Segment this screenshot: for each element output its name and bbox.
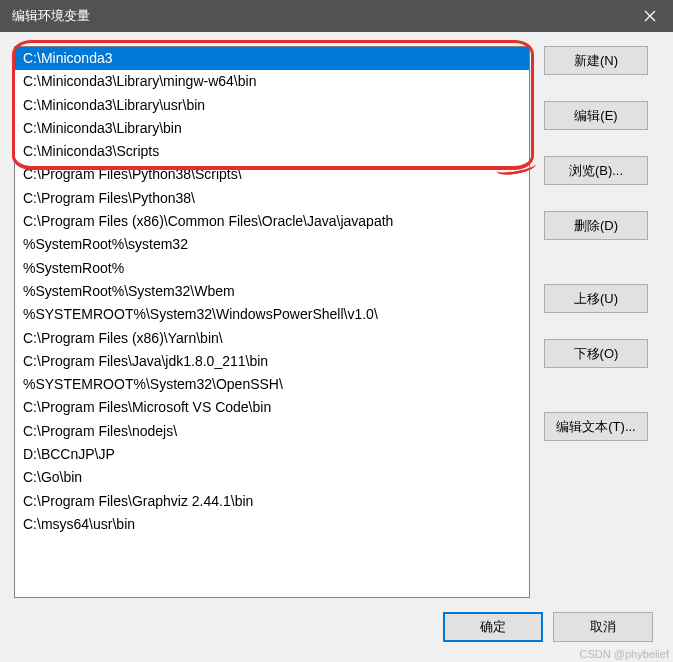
dialog-buttons: 确定 取消 (443, 612, 653, 642)
list-item[interactable]: C:\Miniconda3 (15, 47, 529, 70)
list-item[interactable]: %SYSTEMROOT%\System32\WindowsPowerShell\… (15, 303, 529, 326)
browse-button[interactable]: 浏览(B)... (544, 156, 648, 185)
close-icon[interactable] (627, 0, 673, 32)
list-item[interactable]: C:\Miniconda3\Library\mingw-w64\bin (15, 70, 529, 93)
list-item[interactable]: C:\Miniconda3\Library\usr\bin (15, 94, 529, 117)
list-item[interactable]: D:\BCCnJP\JP (15, 443, 529, 466)
cancel-button[interactable]: 取消 (553, 612, 653, 642)
list-item[interactable]: %SystemRoot%\system32 (15, 233, 529, 256)
move-down-button[interactable]: 下移(O) (544, 339, 648, 368)
edit-text-button[interactable]: 编辑文本(T)... (544, 412, 648, 441)
delete-button[interactable]: 删除(D) (544, 211, 648, 240)
path-listbox[interactable]: C:\Miniconda3 C:\Miniconda3\Library\ming… (14, 46, 530, 598)
move-up-button[interactable]: 上移(U) (544, 284, 648, 313)
list-item[interactable]: C:\msys64\usr\bin (15, 513, 529, 536)
edit-button[interactable]: 编辑(E) (544, 101, 648, 130)
list-item[interactable]: C:\Program Files (x86)\Yarn\bin\ (15, 327, 529, 350)
watermark: CSDN @phybelief (580, 648, 669, 660)
button-column: 新建(N) 编辑(E) 浏览(B)... 删除(D) 上移(U) 下移(O) 编… (544, 46, 648, 598)
list-item[interactable]: C:\Go\bin (15, 466, 529, 489)
list-item[interactable]: C:\Program Files\Python38\Scripts\ (15, 163, 529, 186)
list-item[interactable]: C:\Program Files\Graphviz 2.44.1\bin (15, 490, 529, 513)
list-item[interactable]: C:\Program Files\Java\jdk1.8.0_211\bin (15, 350, 529, 373)
ok-button[interactable]: 确定 (443, 612, 543, 642)
titlebar: 编辑环境变量 (0, 0, 673, 32)
list-item[interactable]: %SYSTEMROOT%\System32\OpenSSH\ (15, 373, 529, 396)
list-item[interactable]: %SystemRoot%\System32\Wbem (15, 280, 529, 303)
list-item[interactable]: %SystemRoot% (15, 257, 529, 280)
window-title: 编辑环境变量 (12, 7, 90, 25)
list-item[interactable]: C:\Program Files\nodejs\ (15, 420, 529, 443)
list-item[interactable]: C:\Program Files (x86)\Common Files\Orac… (15, 210, 529, 233)
list-item[interactable]: C:\Miniconda3\Library\bin (15, 117, 529, 140)
list-item[interactable]: C:\Program Files\Python38\ (15, 187, 529, 210)
list-item[interactable]: C:\Miniconda3\Scripts (15, 140, 529, 163)
new-button[interactable]: 新建(N) (544, 46, 648, 75)
list-item[interactable]: C:\Program Files\Microsoft VS Code\bin (15, 396, 529, 419)
